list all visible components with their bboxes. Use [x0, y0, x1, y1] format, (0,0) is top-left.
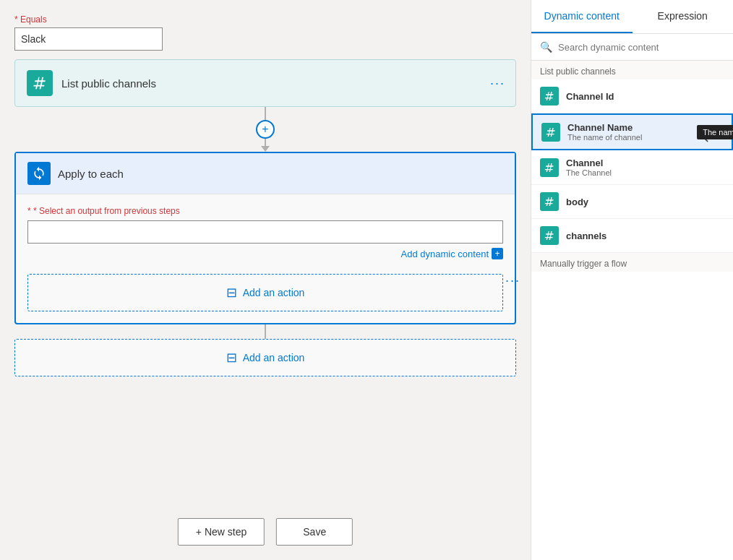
- add-dynamic-content-button[interactable]: Add dynamic content +: [401, 248, 503, 259]
- apply-each-icon: [27, 162, 51, 185]
- apply-each-body: * * Select an output from previous steps…: [16, 194, 515, 323]
- connector-line-outer: [265, 324, 266, 339]
- add-action-outer-label: Add an action: [243, 352, 305, 363]
- apply-each-more-button[interactable]: ···: [505, 272, 520, 288]
- equals-input[interactable]: [14, 27, 163, 51]
- tab-expression[interactable]: Expression: [633, 0, 734, 33]
- hashtag-small-icon-2: [545, 126, 557, 138]
- tab-dynamic-content[interactable]: Dynamic content: [531, 0, 633, 33]
- add-step-button[interactable]: +: [256, 120, 275, 139]
- add-action-inner-icon: ⊟: [226, 285, 237, 301]
- list-channels-icon: [27, 70, 53, 96]
- channel-icon: [540, 158, 559, 177]
- main-canvas: * Equals List public channels ··· +: [0, 0, 531, 560]
- body-icon: [540, 192, 559, 211]
- body-name: body: [566, 197, 724, 207]
- equals-section: * Equals: [14, 14, 516, 51]
- channel-name-tooltip: The name of cha...: [697, 125, 733, 139]
- channels-icon: [540, 226, 559, 245]
- add-dynamic-row: Add dynamic content +: [27, 248, 503, 259]
- search-dynamic-input[interactable]: [558, 42, 724, 53]
- panel-item-channel-name[interactable]: Channel Name The name of channel The nam…: [531, 113, 733, 150]
- hashtag-small-icon-3: [544, 162, 555, 173]
- channel-id-icon: [540, 87, 559, 105]
- bottom-actions: + New step Save: [178, 518, 353, 546]
- search-icon: 🔍: [540, 41, 552, 53]
- select-output-input[interactable]: [27, 220, 503, 244]
- hashtag-small-icon-5: [544, 230, 555, 241]
- apply-each-title: Apply to each: [58, 168, 124, 180]
- channel-id-name: Channel Id: [566, 91, 724, 102]
- connector-1: +: [256, 107, 275, 152]
- panel-tabs: Dynamic content Expression: [531, 0, 733, 34]
- channel-text: Channel The Channel: [566, 158, 724, 177]
- select-output-label: * * Select an output from previous steps: [27, 206, 503, 216]
- channel-id-text: Channel Id: [566, 91, 724, 102]
- add-action-inner-button[interactable]: ⊟ Add an action: [27, 274, 503, 311]
- section-label-list-channels: List public channels: [531, 61, 733, 79]
- add-action-outer-icon: ⊟: [226, 350, 237, 366]
- add-action-inner-label: Add an action: [243, 287, 305, 298]
- add-dynamic-label: Add dynamic content: [401, 249, 489, 259]
- channels-text: channels: [566, 231, 724, 241]
- apply-each-block: Apply to each ··· * * Select an output f…: [14, 152, 516, 324]
- list-channels-block: List public channels ···: [14, 59, 516, 107]
- hashtag-small-icon: [544, 90, 555, 102]
- hashtag-icon: [32, 75, 48, 91]
- section-label-manual-trigger: Manually trigger a flow: [531, 253, 733, 272]
- add-dynamic-plus-icon: +: [492, 248, 503, 259]
- list-channels-title: List public channels: [61, 77, 156, 90]
- apply-each-header: Apply to each ···: [16, 153, 515, 194]
- save-button[interactable]: Save: [276, 518, 353, 546]
- channel-desc: The Channel: [566, 168, 724, 177]
- connector-arrow: [261, 146, 270, 152]
- channel-name: Channel: [566, 158, 724, 168]
- add-action-outer-button[interactable]: ⊟ Add an action: [14, 339, 516, 376]
- plus-icon: +: [262, 123, 268, 136]
- connector-line-bottom: [265, 139, 266, 146]
- channels-name: channels: [566, 231, 724, 241]
- right-panel: Dynamic content Expression 🔍 List public…: [531, 0, 733, 560]
- body-text: body: [566, 197, 724, 207]
- list-channels-more-button[interactable]: ···: [490, 76, 505, 91]
- panel-item-channel[interactable]: Channel The Channel: [531, 150, 733, 185]
- panel-item-body[interactable]: body: [531, 185, 733, 219]
- new-step-button[interactable]: + New step: [178, 518, 265, 546]
- loop-icon: [32, 166, 46, 181]
- hashtag-small-icon-4: [544, 196, 555, 207]
- panel-item-channel-id[interactable]: Channel Id: [531, 79, 733, 113]
- connector-line-top: [265, 107, 266, 120]
- equals-required-star: *: [14, 14, 20, 25]
- equals-label: * Equals: [14, 14, 516, 25]
- panel-item-channels[interactable]: channels: [531, 219, 733, 253]
- channel-name-icon: [541, 123, 560, 142]
- panel-search-bar: 🔍: [531, 34, 733, 61]
